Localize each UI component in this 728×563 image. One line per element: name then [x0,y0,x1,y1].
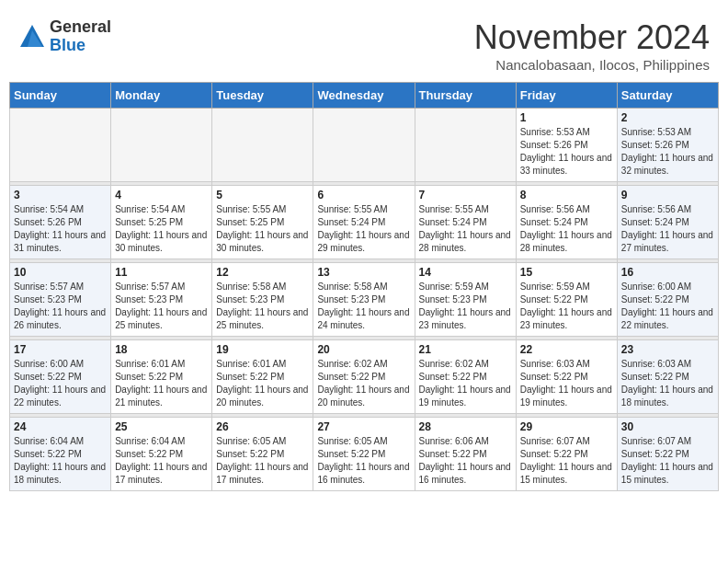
month-title: November 2024 [474,18,710,57]
calendar-day-cell [212,109,313,182]
day-info: Sunrise: 6:04 AMSunset: 5:22 PMDaylight:… [115,435,208,487]
calendar-day-cell: 1Sunrise: 5:53 AMSunset: 5:26 PMDaylight… [516,109,617,182]
day-number: 7 [419,189,512,201]
day-number: 8 [520,189,613,201]
day-info: Sunrise: 5:58 AMSunset: 5:23 PMDaylight:… [216,281,309,332]
day-info: Sunrise: 5:58 AMSunset: 5:23 PMDaylight:… [317,281,410,332]
weekday-header-saturday: Saturday [617,83,718,109]
day-number: 1 [520,111,613,124]
day-info: Sunrise: 5:57 AMSunset: 5:23 PMDaylight:… [14,281,107,332]
calendar-day-cell: 2Sunrise: 5:53 AMSunset: 5:26 PMDaylight… [617,109,718,182]
calendar-day-cell: 25Sunrise: 6:04 AMSunset: 5:22 PMDayligh… [111,418,212,491]
day-info: Sunrise: 6:03 AMSunset: 5:22 PMDaylight:… [621,358,714,409]
day-number: 23 [621,343,714,356]
calendar-header-row: SundayMondayTuesdayWednesdayThursdayFrid… [10,83,719,109]
calendar-day-cell: 16Sunrise: 6:00 AMSunset: 5:22 PMDayligh… [617,263,718,337]
calendar-day-cell: 8Sunrise: 5:56 AMSunset: 5:24 PMDaylight… [516,186,617,259]
day-number: 19 [216,343,309,356]
day-info: Sunrise: 5:54 AMSunset: 5:26 PMDaylight:… [14,203,107,255]
day-info: Sunrise: 6:02 AMSunset: 5:22 PMDaylight:… [419,358,512,409]
day-info: Sunrise: 6:01 AMSunset: 5:22 PMDaylight:… [216,358,309,409]
calendar-day-cell: 19Sunrise: 6:01 AMSunset: 5:22 PMDayligh… [212,340,313,414]
day-number: 6 [317,189,410,201]
weekday-header-monday: Monday [111,83,212,109]
location-text: Nancalobasaan, Ilocos, Philippines [474,57,710,73]
day-number: 2 [621,111,714,124]
calendar-day-cell: 18Sunrise: 6:01 AMSunset: 5:22 PMDayligh… [111,340,212,414]
day-number: 11 [115,266,208,279]
day-number: 17 [14,343,107,356]
title-block: November 2024 Nancalobasaan, Ilocos, Phi… [474,18,710,73]
calendar-table: SundayMondayTuesdayWednesdayThursdayFrid… [9,82,719,491]
day-info: Sunrise: 5:55 AMSunset: 5:25 PMDaylight:… [216,203,309,255]
day-info: Sunrise: 6:01 AMSunset: 5:22 PMDaylight:… [115,358,208,409]
calendar-day-cell: 14Sunrise: 5:59 AMSunset: 5:23 PMDayligh… [415,263,516,337]
calendar-day-cell: 27Sunrise: 6:05 AMSunset: 5:22 PMDayligh… [313,418,415,491]
day-info: Sunrise: 5:57 AMSunset: 5:23 PMDaylight:… [115,281,208,332]
day-number: 22 [520,343,613,356]
calendar-day-cell: 29Sunrise: 6:07 AMSunset: 5:22 PMDayligh… [516,418,617,491]
day-number: 29 [520,420,613,433]
day-info: Sunrise: 6:02 AMSunset: 5:22 PMDaylight:… [317,358,410,409]
day-info: Sunrise: 5:56 AMSunset: 5:24 PMDaylight:… [520,203,613,255]
day-info: Sunrise: 5:56 AMSunset: 5:24 PMDaylight:… [621,203,714,255]
calendar-day-cell: 10Sunrise: 5:57 AMSunset: 5:23 PMDayligh… [10,263,111,337]
calendar-day-cell: 28Sunrise: 6:06 AMSunset: 5:22 PMDayligh… [415,418,516,491]
day-number: 27 [317,420,410,433]
calendar-day-cell: 5Sunrise: 5:55 AMSunset: 5:25 PMDaylight… [212,186,313,259]
day-number: 9 [621,189,714,201]
day-info: Sunrise: 5:53 AMSunset: 5:26 PMDaylight:… [520,126,613,178]
day-number: 16 [621,266,714,279]
day-info: Sunrise: 5:55 AMSunset: 5:24 PMDaylight:… [419,203,512,255]
day-info: Sunrise: 6:06 AMSunset: 5:22 PMDaylight:… [419,435,512,487]
calendar-day-cell [313,109,415,182]
weekday-header-friday: Friday [516,83,617,109]
calendar-day-cell: 13Sunrise: 5:58 AMSunset: 5:23 PMDayligh… [313,263,415,337]
calendar-week-row: 24Sunrise: 6:04 AMSunset: 5:22 PMDayligh… [10,418,719,491]
day-number: 28 [419,420,512,433]
day-info: Sunrise: 6:07 AMSunset: 5:22 PMDaylight:… [621,435,714,487]
calendar-week-row: 10Sunrise: 5:57 AMSunset: 5:23 PMDayligh… [10,263,719,337]
calendar-day-cell: 30Sunrise: 6:07 AMSunset: 5:22 PMDayligh… [617,418,718,491]
day-number: 26 [216,420,309,433]
calendar-day-cell: 12Sunrise: 5:58 AMSunset: 5:23 PMDayligh… [212,263,313,337]
day-info: Sunrise: 6:03 AMSunset: 5:22 PMDaylight:… [520,358,613,409]
calendar-day-cell: 9Sunrise: 5:56 AMSunset: 5:24 PMDaylight… [617,186,718,259]
day-number: 5 [216,189,309,201]
logo-text: General Blue [50,18,111,55]
calendar-day-cell: 4Sunrise: 5:54 AMSunset: 5:25 PMDaylight… [111,186,212,259]
calendar-day-cell [111,109,212,182]
weekday-header-thursday: Thursday [415,83,516,109]
day-info: Sunrise: 6:00 AMSunset: 5:22 PMDaylight:… [14,358,107,409]
day-info: Sunrise: 5:59 AMSunset: 5:23 PMDaylight:… [419,281,512,332]
calendar-day-cell: 3Sunrise: 5:54 AMSunset: 5:26 PMDaylight… [10,186,111,259]
day-number: 10 [14,266,107,279]
day-number: 25 [115,420,208,433]
calendar-day-cell: 22Sunrise: 6:03 AMSunset: 5:22 PMDayligh… [516,340,617,414]
day-info: Sunrise: 5:55 AMSunset: 5:24 PMDaylight:… [317,203,410,255]
calendar-day-cell: 17Sunrise: 6:00 AMSunset: 5:22 PMDayligh… [10,340,111,414]
weekday-header-sunday: Sunday [10,83,111,109]
weekday-header-tuesday: Tuesday [212,83,313,109]
day-number: 13 [317,266,410,279]
calendar-day-cell [415,109,516,182]
day-info: Sunrise: 6:04 AMSunset: 5:22 PMDaylight:… [14,435,107,487]
calendar-day-cell: 21Sunrise: 6:02 AMSunset: 5:22 PMDayligh… [415,340,516,414]
calendar-day-cell: 20Sunrise: 6:02 AMSunset: 5:22 PMDayligh… [313,340,415,414]
calendar-day-cell: 23Sunrise: 6:03 AMSunset: 5:22 PMDayligh… [617,340,718,414]
day-number: 14 [419,266,512,279]
day-number: 18 [115,343,208,356]
day-info: Sunrise: 6:07 AMSunset: 5:22 PMDaylight:… [520,435,613,487]
day-number: 12 [216,266,309,279]
page-header: General Blue November 2024 Nancalobasaan… [9,9,719,77]
day-info: Sunrise: 6:05 AMSunset: 5:22 PMDaylight:… [216,435,309,487]
calendar-day-cell: 6Sunrise: 5:55 AMSunset: 5:24 PMDaylight… [313,186,415,259]
calendar-week-row: 3Sunrise: 5:54 AMSunset: 5:26 PMDaylight… [10,186,719,259]
day-number: 24 [14,420,107,433]
calendar-day-cell: 26Sunrise: 6:05 AMSunset: 5:22 PMDayligh… [212,418,313,491]
logo-blue-text: Blue [50,37,111,55]
day-info: Sunrise: 6:05 AMSunset: 5:22 PMDaylight:… [317,435,410,487]
calendar-day-cell: 11Sunrise: 5:57 AMSunset: 5:23 PMDayligh… [111,263,212,337]
day-number: 4 [115,189,208,201]
day-info: Sunrise: 5:53 AMSunset: 5:26 PMDaylight:… [621,126,714,178]
